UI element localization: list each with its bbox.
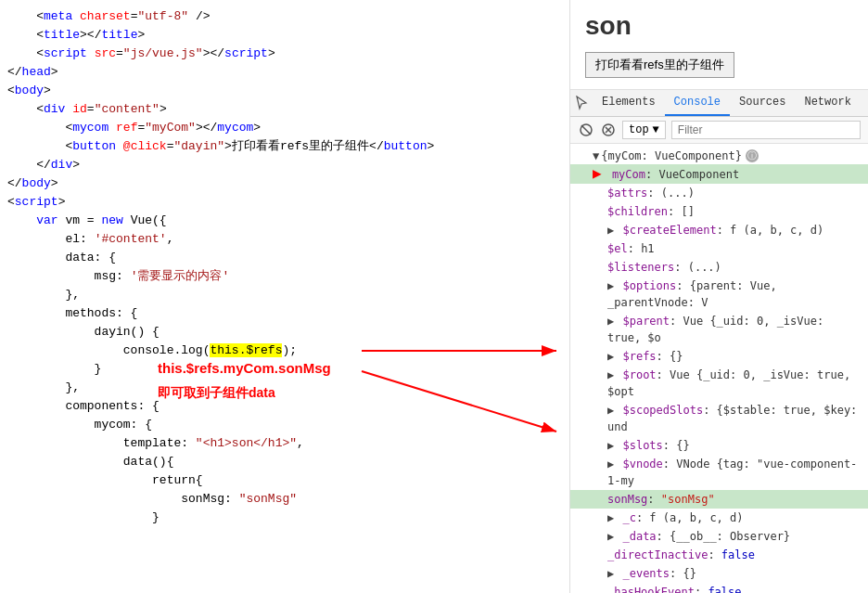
code-line: }, (0, 286, 569, 304)
code-line: <title></title> (0, 26, 569, 45)
annotation-data: 即可取到子组件data (158, 385, 275, 402)
code-line: var vm = new Vue({ (0, 212, 569, 230)
c-row: ▶ _c: f (a, b, c, d) (570, 509, 868, 527)
code-line: </head> (0, 63, 569, 82)
mycom-expand-row[interactable]: ▶ myCom: VueComponent (570, 164, 868, 184)
code-line: <script src="js/vue.js"></script> (0, 45, 569, 63)
code-line: } (0, 509, 569, 527)
code-line: methods: { (0, 304, 569, 323)
children-row: $children: [] (570, 202, 868, 221)
root-row: ▶ $root: Vue {_uid: 0, _isVue: true, $op… (570, 366, 868, 401)
expand-icon: ▶ (607, 530, 614, 543)
expand-icon: ▶ (607, 404, 614, 417)
code-line: dayin() { (0, 323, 569, 342)
expand-icon: ▶ (607, 279, 614, 292)
expand-icon: ▶ (607, 567, 614, 580)
code-line: template: "<h1>son</h1>", (0, 434, 569, 453)
cursor-icon[interactable] (574, 95, 589, 111)
code-line: components: { (0, 397, 569, 416)
tab-elements[interactable]: Elements (593, 90, 665, 116)
info-icon: ⓘ (746, 149, 759, 162)
vnode-row: ▶ $vnode: VNode {tag: "vue-component-1-m… (570, 455, 868, 490)
createelement-row: ▶ $createElement: f (a, b, c, d) (570, 221, 868, 239)
tab-network[interactable]: Network (795, 90, 860, 116)
svg-line-5 (581, 125, 591, 135)
directinactive-row: _directInactive: false (570, 546, 868, 564)
parent-row: ▶ $parent: Vue {_uid: 0, _isVue: true, $… (570, 312, 868, 347)
code-line: sonMsg: "sonMsg" (0, 490, 569, 509)
code-line: <button @click="dayin">打印看看refs里的子组件</bu… (0, 137, 569, 156)
expand-icon: ▶ (607, 458, 614, 471)
expand-icon: ▼ (593, 149, 599, 162)
el-row: $el: h1 (570, 239, 868, 258)
tab-console[interactable]: Console (665, 90, 730, 116)
events-row: ▶ _events: {} (570, 564, 868, 583)
preview-button[interactable]: 打印看看refs里的子组件 (585, 52, 734, 78)
code-line: msg: '需要显示的内容' (0, 267, 569, 286)
annotation-refs: this.$refs.myCom.sonMsg (158, 360, 331, 376)
code-line: <script> (0, 193, 569, 212)
editor-panel: <meta charset="utf-8" /> <title></title>… (0, 0, 570, 593)
scopedslots-row: ▶ $scopedSlots: {$stable: true, $key: un… (570, 401, 868, 436)
code-line: data(){ (0, 453, 569, 471)
listeners-row: $listeners: (...) (570, 258, 868, 277)
top-label: top (629, 123, 649, 136)
data-row: ▶ _data: {__ob__: Observer} (570, 527, 868, 546)
code-line: data: { (0, 249, 569, 267)
devtools-tabs: Elements Console Sources Network Pe (570, 90, 868, 117)
code-line: }, (0, 379, 569, 397)
tab-sources[interactable]: Sources (730, 90, 795, 116)
code-line: return{ (0, 471, 569, 490)
expand-icon: ▶ (607, 350, 614, 363)
code-line: mycom: { (0, 416, 569, 434)
right-arrow-icon: ▶ (593, 164, 602, 182)
code-line: <div id="content"> (0, 100, 569, 119)
clear-icon[interactable] (600, 122, 617, 138)
console-obj-header: ▼ {myCom: VueComponent} ⓘ (570, 148, 868, 164)
code-line: </body> (0, 174, 569, 193)
slots-row: ▶ $slots: {} (570, 436, 868, 455)
code-line: el: '#content', (0, 230, 569, 249)
preview-area: son 打印看看refs里的子组件 (570, 0, 868, 90)
expand-icon: ▶ (607, 511, 614, 524)
devtools-toolbar: top ▼ (570, 117, 868, 144)
top-dropdown[interactable]: top ▼ (622, 121, 666, 139)
attrs-row: $attrs: (...) (570, 184, 868, 202)
hashookevent-row: _hasHookEvent: false (570, 583, 868, 593)
console-content[interactable]: ▼ {myCom: VueComponent} ⓘ ▶ myCom: VueCo… (570, 144, 868, 593)
devtools-panel: son 打印看看refs里的子组件 Elements Console Sourc… (570, 0, 868, 593)
code-line: </div> (0, 156, 569, 174)
dropdown-arrow-icon: ▼ (653, 123, 659, 136)
expand-icon: ▶ (607, 315, 614, 328)
refs-row: ▶ $refs: {} (570, 347, 868, 366)
code-line: <body> (0, 82, 569, 100)
expand-icon: ▶ (607, 368, 614, 381)
filter-input[interactable] (671, 121, 861, 139)
expand-icon: ▶ (607, 224, 614, 237)
code-line: <meta charset="utf-8" /> (0, 7, 569, 26)
code-line: console.log(this.$refs); (0, 342, 569, 360)
sonmsg-row: sonMsg: "sonMsg" (570, 490, 868, 509)
block-icon[interactable] (578, 122, 594, 138)
expand-icon: ▶ (607, 439, 614, 452)
code-line: <mycom ref="myCom"></mycom> (0, 119, 569, 137)
preview-title: son (585, 11, 853, 41)
options-row: ▶ $options: {parent: Vue, _parentVnode: … (570, 277, 868, 312)
tab-pe[interactable]: Pe (861, 90, 868, 116)
